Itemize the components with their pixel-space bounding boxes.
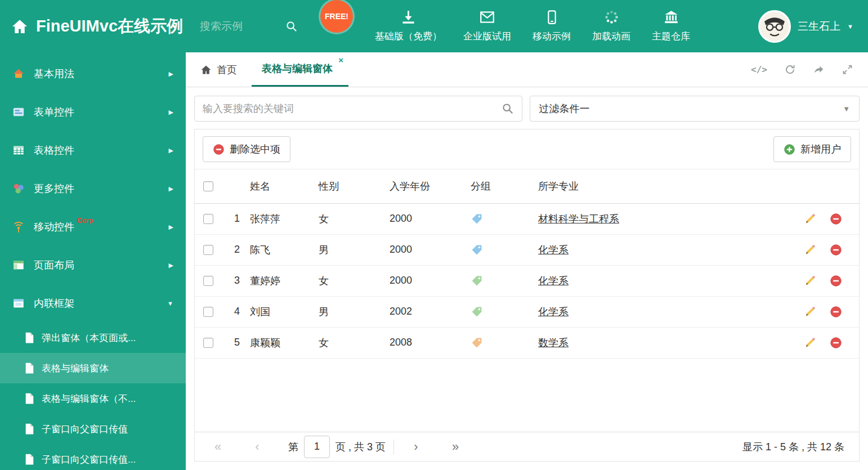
sidebar-item-form-controls[interactable]: 表单控件 ▶ <box>0 93 186 131</box>
nav-item-basic-free[interactable]: 基础版（免费） <box>364 10 453 43</box>
keyword-search-box <box>194 96 522 122</box>
table-row[interactable]: 4 刘国 男 2002 化学系 <box>195 296 859 327</box>
edit-icon[interactable] <box>804 213 816 225</box>
row-checkbox[interactable] <box>203 214 213 224</box>
row-checkbox[interactable] <box>203 245 213 255</box>
row-checkbox[interactable] <box>203 338 213 348</box>
tag-icon <box>471 337 538 349</box>
edit-icon[interactable] <box>804 337 816 349</box>
chevron-down-icon: ▼ <box>167 300 173 307</box>
row-gender: 女 <box>319 203 390 234</box>
sidebar-item-more-controls[interactable]: 更多控件 ▶ <box>0 169 186 208</box>
table-row[interactable]: 5 康颖颖 女 2008 数学系 <box>195 327 859 358</box>
page-content: 过滤条件一 ▼ 删除选中项 <box>186 87 868 470</box>
major-link[interactable]: 化学系 <box>538 244 569 256</box>
sidebar-item-grid-controls[interactable]: 表格控件 ▶ <box>0 131 186 169</box>
column-name: 姓名 <box>250 169 319 203</box>
free-badge: FREE! <box>320 0 353 33</box>
home-icon <box>200 64 212 75</box>
table-icon <box>12 144 25 156</box>
sidebar-item-page-layout[interactable]: 页面布局 ▶ <box>0 246 186 284</box>
nav-item-mobile-demo[interactable]: 移动示例 <box>522 10 581 43</box>
delete-row-icon[interactable] <box>830 337 842 349</box>
sidebar-item-mobile-controls[interactable]: 移动控件 Corp ▶ <box>0 208 186 246</box>
first-page-button[interactable]: « <box>209 441 226 453</box>
row-gender: 男 <box>319 296 390 327</box>
sidebar-subitem-child-to-parent-alt[interactable]: 子窗口向父窗口传值... <box>0 444 186 470</box>
file-icon <box>25 423 34 435</box>
delete-row-icon[interactable] <box>830 244 842 256</box>
nav-item-label: 移动示例 <box>533 30 571 43</box>
table-row[interactable]: 2 陈飞 男 2000 化学系 <box>195 234 859 265</box>
close-icon[interactable]: × <box>338 56 343 64</box>
file-icon <box>25 393 34 404</box>
pager-divider <box>393 440 394 454</box>
home-icon <box>12 68 25 80</box>
table-row[interactable]: 3 董婷婷 女 2000 化学系 <box>195 265 859 296</box>
tab-grid-edit-window[interactable]: 表格与编辑窗体 × <box>252 52 348 87</box>
forward-icon[interactable] <box>813 64 825 76</box>
nav-item-enterprise-trial[interactable]: 企业版试用 <box>453 10 522 43</box>
tag-icon <box>471 244 538 256</box>
add-user-button[interactable]: 新增用户 <box>773 136 851 162</box>
tab-active-label: 表格与编辑窗体 <box>262 62 333 75</box>
delete-row-icon[interactable] <box>830 213 842 225</box>
row-year: 2008 <box>390 327 471 358</box>
edit-icon[interactable] <box>804 244 816 256</box>
download-icon <box>401 10 416 25</box>
edit-icon[interactable] <box>804 306 816 318</box>
file-icon <box>25 332 34 343</box>
refresh-icon[interactable] <box>784 64 796 76</box>
app-header: FineUIMvc在线示例 FREE! 基础版（免费） 企业版试用 <box>0 0 868 52</box>
delete-row-icon[interactable] <box>830 275 842 287</box>
delete-selected-button[interactable]: 删除选中项 <box>203 136 290 162</box>
chevron-down-icon: ▼ <box>843 105 850 113</box>
search-icon[interactable] <box>285 20 298 33</box>
row-year: 2002 <box>390 296 471 327</box>
prev-page-button[interactable]: ‹ <box>249 441 266 453</box>
chevron-right-icon: ▶ <box>169 109 173 116</box>
keyword-search-input[interactable] <box>203 103 502 115</box>
pagination-bar: « ‹ 第 页 , 共 3 页 › » 显示 1 - 5 条 , 共 12 条 <box>195 432 859 461</box>
sidebar-item-iframe[interactable]: 内联框架 ▼ <box>0 284 186 323</box>
sidebar-subitem-grid-edit-window-alt[interactable]: 表格与编辑窗体（不... <box>0 383 186 414</box>
header-search-input[interactable] <box>200 20 279 33</box>
edit-icon[interactable] <box>804 275 816 287</box>
column-gender: 性别 <box>319 169 390 203</box>
row-checkbox[interactable] <box>203 276 213 286</box>
tab-home[interactable]: 首页 <box>186 52 252 87</box>
major-link[interactable]: 化学系 <box>538 275 569 287</box>
user-menu[interactable]: 三生石上 ▼ <box>758 10 857 43</box>
file-icon <box>25 362 34 374</box>
sidebar-item-basic-usage[interactable]: 基本用法 ▶ <box>0 55 186 93</box>
code-icon[interactable]: </> <box>751 64 767 76</box>
corp-badge: Corp <box>77 217 93 225</box>
sidebar-subitem-popup-window[interactable]: 弹出窗体（本页面或... <box>0 323 186 353</box>
row-name: 张萍萍 <box>250 203 319 234</box>
sidebar-subitem-child-to-parent[interactable]: 子窗口向父窗口传值 <box>0 414 186 444</box>
nav-item-theme-store[interactable]: 主题仓库 <box>641 10 701 43</box>
sidebar-subitem-grid-edit-window[interactable]: 表格与编辑窗体 <box>0 353 186 383</box>
next-page-button[interactable]: › <box>408 441 424 453</box>
row-checkbox[interactable] <box>203 307 213 317</box>
app-brand[interactable]: FineUIMvc在线示例 <box>11 15 183 38</box>
page-input[interactable] <box>304 436 330 458</box>
page-label-prefix: 第 <box>288 440 298 454</box>
tab-tools: </> <box>751 52 868 87</box>
more-icon <box>12 182 25 195</box>
major-link[interactable]: 数学系 <box>538 337 569 348</box>
major-link[interactable]: 化学系 <box>538 306 569 317</box>
major-link[interactable]: 材料科学与工程系 <box>538 213 619 225</box>
filter-dropdown[interactable]: 过滤条件一 ▼ <box>530 96 860 122</box>
select-all-checkbox[interactable] <box>203 181 213 191</box>
delete-row-icon[interactable] <box>830 306 842 318</box>
expand-icon[interactable] <box>842 64 853 76</box>
table-row[interactable]: 1 张萍萍 女 2000 材料科学与工程系 <box>195 203 859 234</box>
pagination-summary: 显示 1 - 5 条 , 共 12 条 <box>742 440 844 454</box>
tag-icon <box>471 306 538 318</box>
search-icon[interactable] <box>502 102 514 115</box>
nav-item-label: 主题仓库 <box>652 30 690 43</box>
last-page-button[interactable]: » <box>447 441 464 453</box>
nav-item-loading-animation[interactable]: 加载动画 <box>581 10 641 43</box>
column-index <box>221 169 250 203</box>
